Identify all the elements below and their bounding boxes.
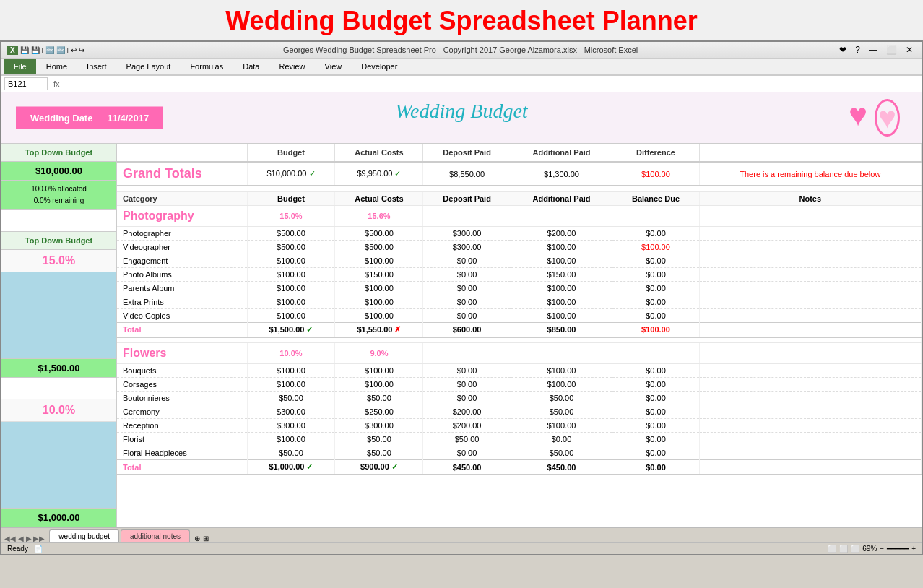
flowers-deposit-pct [423,343,511,364]
item-actual: $100.00 [335,295,423,308]
wedding-date-label: Wedding Date [30,113,92,124]
item-balance: $0.00 [612,226,699,240]
wedding-title: Wedding Budget [395,100,527,122]
item-deposit: $50.00 [423,433,511,446]
item-actual: $100.00 [335,364,423,378]
view-pagebreak-icon[interactable]: ⬜ [851,545,859,553]
toolbar-sort-a[interactable]: 🔤 [46,46,54,54]
item-budget: $100.00 [247,308,335,322]
cat-header-additional: Additional Paid [511,191,612,205]
col-header-deposit: Deposit Paid [423,144,511,162]
redo-btn[interactable]: ↪ [79,46,84,54]
sheet-nav-arrows[interactable]: ◀◀ ◀ ▶ ▶▶ [4,535,45,542]
table-row: Ceremony $300.00 $250.00 $200.00 $50.00 … [117,405,922,419]
flowers-total-balance: $0.00 [612,460,699,475]
item-notes [699,226,921,240]
item-balance: $0.00 [612,446,699,460]
help-icon[interactable]: ❤ [836,45,849,55]
item-name: Ceremony [117,405,247,419]
item-budget: $100.00 [247,295,335,308]
tab-file[interactable]: File [4,59,36,74]
table-row: Photo Albums $100.00 $150.00 $0.00 $150.… [117,267,922,281]
toolbar-sort-z[interactable]: 🔤 [56,46,65,54]
item-actual: $100.00 [335,378,423,392]
photography-category-row: Photography 15.0% 15.6% [117,205,922,226]
status-bar: Ready 📄 ⬜ ⬜ ⬜ 69% − ━━━━━ + [1,542,922,554]
view-normal-icon[interactable]: ⬜ [828,545,836,553]
view-layout-icon[interactable]: ⬜ [839,545,848,553]
cat-header-balance: Balance Due [612,191,699,205]
col-header-actual: Actual Costs [335,144,423,162]
tab-view[interactable]: View [316,59,352,74]
hearts-decoration: ♥ ♥ [849,99,900,137]
flowers-additional-pct [511,343,612,364]
item-name: Engagement [117,254,247,267]
item-name: Reception [117,419,247,433]
cat-header-notes: Notes [699,191,921,205]
flowers-balance-pct [612,343,699,364]
zoom-in-btn[interactable]: + [911,545,916,553]
undo-btn[interactable]: ↩ [71,46,77,54]
item-name: Parents Album [117,281,247,295]
flowers-amount-left: $1,000.00 [1,509,116,527]
allocation-box: 100.0% allocated 0.0% remaining [1,181,116,210]
flowers-total-budget: $1,000.00 ✓ [247,460,335,475]
zoom-slider[interactable]: ━━━━━ [887,545,909,553]
table-row: Video Copies $100.00 $100.00 $0.00 $100.… [117,308,922,322]
item-actual: $50.00 [335,446,423,460]
tab-options-icon[interactable]: ⊕ [194,535,200,542]
tab-home[interactable]: Home [37,59,77,74]
remaining-balance-msg: There is a remaining balance due below [699,162,921,186]
restore-btn[interactable]: ⬜ [883,45,900,55]
item-deposit: $0.00 [423,378,511,392]
close-btn[interactable]: ✕ [903,45,916,55]
grand-totals-row: Grand Totals $10,000.00 ✓ $9,950.00 ✓ $8… [117,162,922,186]
tab-page-layout[interactable]: Page Layout [117,59,181,74]
item-actual: $300.00 [335,419,423,433]
grand-totals-label: Grand Totals [123,166,202,181]
flowers-category-row: Flowers 10.0% 9.0% [117,343,922,364]
help-btn[interactable]: ? [852,45,863,55]
item-notes [699,392,921,405]
tab-data[interactable]: Data [233,59,269,74]
item-additional: $100.00 [511,419,612,433]
minimize-btn[interactable]: — [866,45,880,55]
zoom-out-btn[interactable]: − [880,545,884,553]
item-notes [699,433,921,446]
tab-insert[interactable]: Insert [77,59,116,74]
item-deposit: $300.00 [423,240,511,254]
item-notes [699,308,921,322]
photography-total-notes [699,322,921,337]
flowers-total-label: Total [123,463,141,472]
item-name: Corsages [117,378,247,392]
item-balance: $0.00 [612,254,699,267]
page-view-icon[interactable]: 📄 [34,545,43,553]
sheet-tab-wedding-budget[interactable]: wedding budget [49,529,119,542]
formula-input[interactable] [63,78,919,90]
photography-total-budget: $1,500.00 ✓ [247,322,335,337]
item-deposit: $0.00 [423,295,511,308]
table-row: Floral Headpieces $50.00 $50.00 $0.00 $5… [117,446,922,460]
item-additional: $100.00 [511,364,612,378]
tab-developer[interactable]: Developer [352,59,407,74]
item-balance: $0.00 [612,419,699,433]
tab-more-icon[interactable]: ⊞ [203,535,209,542]
cell-reference[interactable] [4,77,48,90]
toolbar-save[interactable]: 💾 [20,46,29,54]
item-actual: $500.00 [335,226,423,240]
sheet-tab-additional-notes[interactable]: additional notes [121,529,190,542]
table-row: Photographer $500.00 $500.00 $300.00 $20… [117,226,922,240]
grand-additional: $1,300.00 [511,162,612,186]
formula-func[interactable]: fx [53,79,60,88]
tab-review[interactable]: Review [269,59,314,74]
top-down-budget-amount: $10,000.00 [1,162,116,181]
item-deposit: $300.00 [423,226,511,240]
item-deposit: $0.00 [423,254,511,267]
tab-formulas[interactable]: Formulas [181,59,233,74]
actual-check: ✓ [394,169,401,178]
item-additional: $50.00 [511,405,612,419]
item-deposit: $0.00 [423,364,511,378]
item-budget: $100.00 [247,281,335,295]
toolbar-save2[interactable]: 💾 [31,46,40,54]
item-actual: $250.00 [335,405,423,419]
